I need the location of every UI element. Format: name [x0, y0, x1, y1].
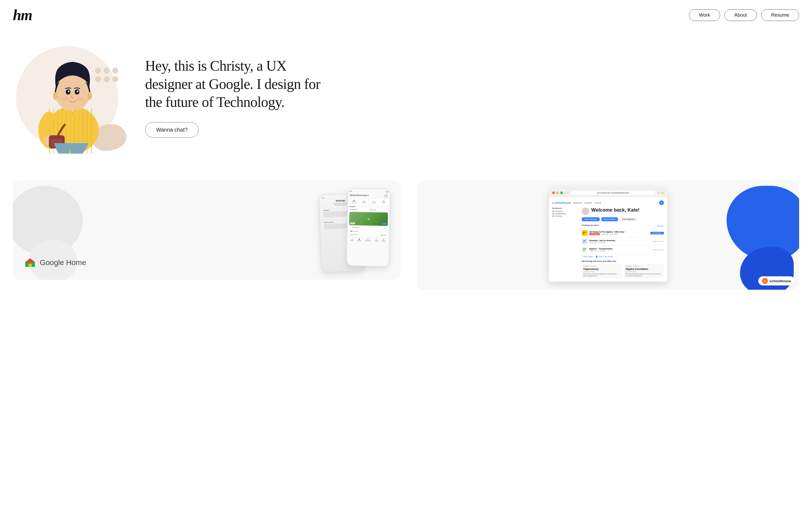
favorites-row: 📢Broadcast 🤖Assistant: [349, 208, 388, 212]
home-nav: 🏠Home: [351, 238, 354, 241]
broadcast-fav: 📢Broadcast: [349, 208, 368, 211]
phone-front-topbar: 9:305G ■: [350, 190, 388, 193]
browser-nav: s schoolhouse Explore ▾ Certify ▾ Tutor …: [552, 200, 664, 205]
browser-actions-right: ↗ ⭐: [658, 191, 664, 194]
svg-point-21: [53, 92, 57, 99]
welcome-row: Welcome back, Kate!: [582, 207, 664, 215]
browser-bar: ‹ › schoolhouse.world/dashboard ↗ ⭐: [549, 188, 667, 197]
session-title-2: Geometry · Intro to Geometry: [589, 239, 651, 241]
coming-soon-label: Coming up soon: [582, 224, 599, 226]
session-row-1: WED03 Get Ready for Pre-Algebra · Office…: [582, 229, 664, 237]
automations-nav: ⚙️Automations: [365, 239, 371, 241]
session-meta-1: LIVE NOW 4:30 PM – 6:30 PM: [589, 233, 649, 235]
svg-point-20: [77, 97, 84, 101]
profile-links: ✎ Edit Profile 👤 View Tutor Profile: [582, 256, 664, 258]
movie-row: 🎬 Movie mode ●: [349, 230, 388, 233]
hero-text: Hey, this is Christy, a UX designer at G…: [134, 57, 799, 137]
assistant-fav: 🤖Assistant: [369, 208, 388, 211]
lighting-icon-box: 💡Lighting11 lights: [359, 199, 368, 205]
session-date-2: SAT07: [582, 238, 588, 244]
hero-character-illustration: [30, 41, 115, 154]
projects-section: 9:305G ■ Settings Spring Street Home135 …: [0, 175, 812, 311]
device-icons: 📷Cameras3 devices 💡Lighting11 lights 🌡️C…: [349, 199, 388, 206]
settings-nav: ⚙️Settings: [382, 239, 386, 242]
browser-dot-green: [560, 191, 563, 194]
climate-icon-box: 🌡️Climate3 devices: [369, 199, 378, 205]
card-desc-2: We will be using Khan Academy to review …: [625, 273, 662, 277]
cameras-icon-box: 📷Cameras3 devices: [349, 199, 358, 205]
google-home-icon: [23, 256, 37, 269]
svg-point-22: [88, 92, 92, 99]
schoolhouse-card[interactable]: ‹ › schoolhouse.world/dashboard ↗ ⭐ s sc…: [417, 180, 799, 290]
svg-rect-10: [87, 109, 88, 154]
home-image: 🏡 Music + Add: [349, 212, 388, 226]
nav-tutor: Tutor ▾: [594, 202, 601, 204]
session-row-2: SAT07 Geometry · Intro to Geometry 3:30 …: [582, 237, 664, 246]
nav-icons: K: [659, 200, 664, 205]
card-label-2: ALGEBRA · GRADE 6: [625, 266, 662, 267]
card-subject-2: Algebra Foundation: [625, 268, 662, 270]
nav-resume-button[interactable]: Resume: [761, 9, 799, 21]
see-all-link[interactable]: See all ›: [657, 225, 664, 227]
welcome-text: Welcome back, Kate!: [592, 207, 640, 213]
hero-heading: Hey, this is Christy, a UX designer at G…: [145, 57, 328, 111]
card-desc-1: In this series, we will cover trigonomet…: [583, 273, 620, 277]
session-date-1: WED03: [582, 230, 588, 236]
session-time-2: 3:30 PM – 4:30 PM: [589, 242, 651, 243]
browser-content: s schoolhouse Explore ▾ Certify ▾ Tutor …: [549, 197, 667, 282]
svg-point-17: [68, 91, 69, 92]
nav-certify: Certify ▾: [584, 202, 592, 204]
google-home-card[interactable]: 9:305G ■ Settings Spring Street Home135 …: [13, 180, 401, 280]
add-chip: + Add: [382, 223, 387, 225]
site-logo[interactable]: hm: [13, 6, 32, 23]
schoolhouse-logo: s schoolhouse: [758, 276, 795, 285]
session-date-3: MON13: [582, 247, 588, 253]
session-row-3: MON13 Algebra I · Transformation 4:30 PM…: [582, 246, 664, 254]
phone-front-screen: 9:305G ■ Spring Street Home ▾ 📷Cameras3 …: [347, 189, 390, 266]
devices-nav: 📱Devices: [357, 238, 361, 241]
google-home-logo: Google Home: [23, 256, 86, 269]
dashboard-main: Welcome back, Kate! Host a Session Host …: [582, 207, 664, 278]
session-time-1: 4:30 PM – 6:30 PM: [601, 233, 617, 235]
wanna-chat-button[interactable]: Wanna chat?: [145, 122, 199, 137]
user-avatar: [582, 208, 589, 215]
nav-about-button[interactable]: About: [724, 9, 757, 21]
navbar: hm Work About Resume: [0, 0, 812, 30]
browser-dot-red: [552, 191, 555, 194]
schoolhouse-logo-icon: s: [762, 278, 768, 284]
edit-profile-link[interactable]: ✎ Edit Profile: [582, 256, 593, 258]
card-label-1: ALGEBRA · GRADE 9: [583, 266, 620, 267]
nav-work-button[interactable]: Work: [689, 9, 720, 21]
hero-avatar-container: [0, 36, 134, 159]
view-requests-btn[interactable]: View Requests: [620, 217, 638, 221]
browser-dots: [552, 191, 563, 194]
upcoming-card-2: ALGEBRA · GRADE 6 Algebra Foundation Jan…: [624, 264, 664, 278]
browser-action-buttons: Host a Session Host a Series View Reques…: [582, 217, 664, 221]
browser-mockup: ‹ › schoolhouse.world/dashboard ↗ ⭐ s sc…: [549, 188, 667, 282]
avatar-icon: K: [659, 200, 664, 205]
view-tutor-profile-link[interactable]: 👤 View Tutor Profile: [596, 256, 613, 258]
session-title-1: Get Ready for Pre-Algebra · Office Hour: [589, 231, 649, 233]
session-time-3: 4:30 PM – 7:30 PM: [589, 250, 651, 252]
svg-point-18: [77, 91, 79, 92]
upcoming-cards: ALGEBRA · GRADE 9 Trigonometry Jan 28 at…: [582, 264, 664, 278]
card-date-1: Jan 28 at 3:00 PM: [583, 271, 620, 273]
host-session-btn[interactable]: Host a Session: [582, 217, 600, 221]
svg-rect-26: [29, 264, 32, 267]
dashboard-sidebar: Dashboard My Sessions My Certifications …: [552, 207, 579, 278]
starts-in-2: Starts in 3 days: [653, 241, 664, 242]
upcoming-card-1: ALGEBRA · GRADE 9 Trigonometry Jan 28 at…: [582, 264, 622, 278]
host-series-btn[interactable]: Host a Series: [601, 217, 618, 221]
activity-nav: 📊Activity: [374, 239, 378, 241]
join-session-btn[interactable]: Join Session: [650, 232, 664, 234]
browser-dot-yellow: [556, 191, 559, 194]
google-home-brand-name: Google Home: [40, 258, 86, 267]
nav-links: Work About Resume: [689, 9, 799, 21]
hero-section: Hey, this is Christy, a UX designer at G…: [0, 30, 812, 175]
session-title-3: Algebra I · Transformation: [589, 248, 651, 250]
favorites-title: Favorites: [349, 206, 388, 208]
kitchen-icon-box: 🔌KitchenItems: [379, 199, 388, 206]
session-info-2: Geometry · Intro to Geometry 3:30 PM – 4…: [589, 239, 651, 243]
dashboard-layout: Dashboard My Sessions My Certifications …: [552, 207, 664, 278]
schoolhouse-brand-name: schoolhouse: [769, 279, 791, 283]
